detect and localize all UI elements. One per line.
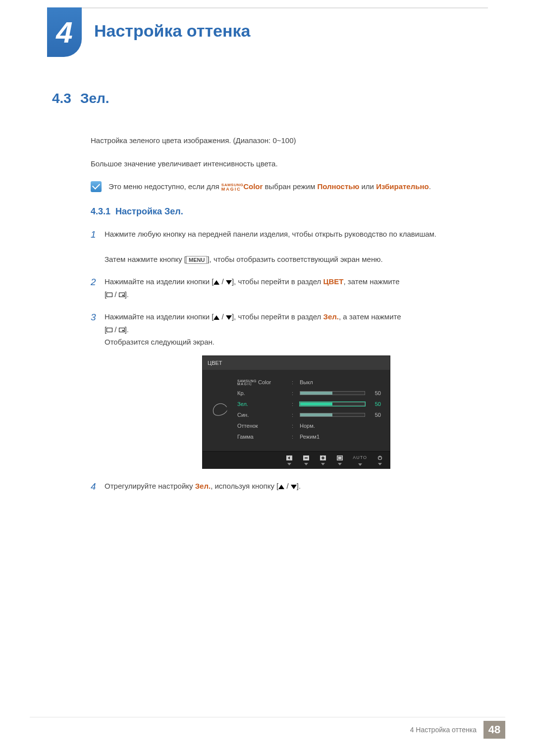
osd-footer: AUTO (203, 451, 390, 468)
chapter-tab: 4 (47, 7, 82, 57)
note-text: Это меню недоступно, если для SAMSUNGMAG… (108, 181, 431, 193)
osd-row-green: Зел. : 50 (237, 399, 381, 409)
osd-magic-val: Выкл (300, 378, 313, 387)
rect-dot-icon (119, 293, 125, 297)
step-1b-post: ], чтобы отобразить соответствующий экра… (207, 255, 382, 263)
step-2: 2 Нажимайте на изделии кнопки [ / ], что… (91, 275, 488, 301)
step-3-post: , а затем нажмите (339, 312, 401, 321)
section-number: 4.3 (52, 91, 71, 106)
step-number: 2 (91, 274, 96, 290)
step-2-post: , затем нажмите (343, 277, 399, 286)
step-2-mid: ], чтобы перейти в раздел (232, 277, 323, 286)
osd-green-val: 50 (369, 400, 381, 409)
chapter-number: 4 (56, 15, 72, 50)
step-3-mid: ], чтобы перейти в раздел (232, 312, 323, 321)
osd-tone-val: Норм. (300, 421, 315, 431)
page-footer: 4 Настройка оттенка 48 (410, 721, 505, 739)
subsection-heading: 4.3.1 Настройка Зел. (91, 206, 488, 217)
rect-dot-icon (119, 328, 125, 332)
power-small-icon (376, 455, 384, 461)
svg-rect-6 (322, 456, 323, 459)
back-small-icon (285, 455, 293, 461)
section-title: Зел. (80, 91, 109, 106)
step-3-target: Зел. (323, 312, 339, 321)
step-4-mid: , используя кнопку [ (211, 482, 278, 490)
step-1b-pre: Затем нажмите кнопку [ (105, 255, 186, 263)
menu-button-icon: MENU (186, 256, 207, 264)
arrow-down-icon (226, 315, 232, 320)
note-opt2: Избирательно (376, 182, 429, 191)
step-4-pre: Отрегулируйте настройку (105, 482, 195, 490)
arrow-down-icon (291, 485, 297, 489)
osd-gamma-val: Режим1 (300, 432, 320, 442)
plus-small-icon (319, 455, 327, 461)
osd-label-red: Кр. (237, 389, 287, 398)
subsection-number: 4.3.1 (91, 206, 110, 216)
step-2-pre: Нажимайте на изделии кнопки [ (105, 277, 214, 286)
step-1: 1 Нажмите любую кнопку на передней панел… (91, 228, 488, 266)
enter-small-icon (336, 455, 344, 461)
step-3: 3 Нажимайте на изделии кнопки [ / ], что… (91, 310, 488, 469)
header-rule (47, 7, 488, 8)
arrow-up-icon (278, 485, 284, 489)
note-row: Это меню недоступно, если для SAMSUNGMAG… (91, 181, 488, 193)
osd-label-gamma: Гамма (237, 432, 287, 442)
note-icon (91, 181, 102, 192)
footer-text: 4 Настройка оттенка (410, 726, 477, 734)
step-3-after: Отобразится следующий экран. (105, 338, 214, 346)
osd-red-val: 50 (369, 389, 381, 398)
arrow-up-icon (214, 315, 219, 320)
osd-row-red: Кр. : 50 (237, 388, 381, 399)
note-color-word: Color (243, 182, 263, 191)
osd-screenshot: ЦВЕТ SAMSUNGMAGIC Color (202, 355, 390, 469)
rect-icon (107, 293, 112, 297)
section-heading: 4.3Зел. (52, 91, 488, 106)
svg-rect-3 (305, 457, 308, 458)
osd-row-magic: SAMSUNGMAGIC Color : Выкл (237, 377, 381, 388)
chapter-title: Настройка оттенка (94, 21, 250, 41)
intro-paragraph-2: Большое значение увеличивает интенсивнос… (91, 158, 488, 170)
step-4-target: Зел. (195, 482, 211, 490)
palette-icon (211, 402, 229, 418)
osd-row-tone: Оттенок : Норм. (237, 420, 381, 431)
step-number: 1 (91, 227, 96, 243)
note-or: или (359, 182, 376, 191)
note-prefix: Это меню недоступно, если для (108, 182, 221, 191)
samsung-magic-logo: SAMSUNGMAGIC (221, 183, 243, 191)
magic-bottom: MAGIC (221, 187, 243, 191)
osd-magic-suffix: Color (257, 379, 271, 385)
osd-title: ЦВЕТ (203, 356, 390, 370)
page-number: 48 (483, 721, 505, 739)
note-suffix: . (429, 182, 431, 191)
footer-rule (30, 717, 505, 717)
note-mid: выбран режим (263, 182, 317, 191)
step-number: 4 (91, 479, 96, 495)
osd-slider-blue (300, 413, 365, 417)
osd-magic-bottom: MAGIC (237, 383, 257, 386)
osd-label-magic: SAMSUNGMAGIC Color (237, 378, 287, 387)
osd-label-tone: Оттенок (237, 421, 287, 431)
arrow-down-icon (226, 280, 232, 285)
subsection-title: Настройка Зел. (115, 206, 183, 216)
step-number: 3 (91, 309, 96, 325)
svg-rect-10 (379, 455, 380, 457)
osd-slider-red (300, 391, 365, 395)
step-4: 4 Отрегулируйте настройку Зел., использу… (91, 480, 488, 493)
osd-row-gamma: Гамма : Режим1 (237, 431, 381, 442)
arrow-up-icon (214, 280, 219, 285)
auto-label: AUTO (353, 454, 367, 461)
osd-blue-val: 50 (369, 410, 381, 420)
step-4-post: ]. (297, 482, 301, 490)
osd-label-blue: Син. (237, 410, 287, 420)
step-3-pre: Нажимайте на изделии кнопки [ (105, 312, 214, 321)
intro-paragraph-1: Настройка зеленого цвета изображения. (Д… (91, 135, 488, 147)
minus-small-icon (302, 455, 310, 461)
note-opt1: Полностью (317, 182, 359, 191)
step-2-target: ЦВЕТ (323, 277, 344, 286)
osd-label-green: Зел. (237, 400, 287, 409)
osd-row-blue: Син. : 50 (237, 409, 381, 420)
osd-slider-green (300, 402, 365, 406)
step-1-text: Нажмите любую кнопку на передней панели … (105, 230, 436, 238)
rect-icon (107, 328, 112, 332)
